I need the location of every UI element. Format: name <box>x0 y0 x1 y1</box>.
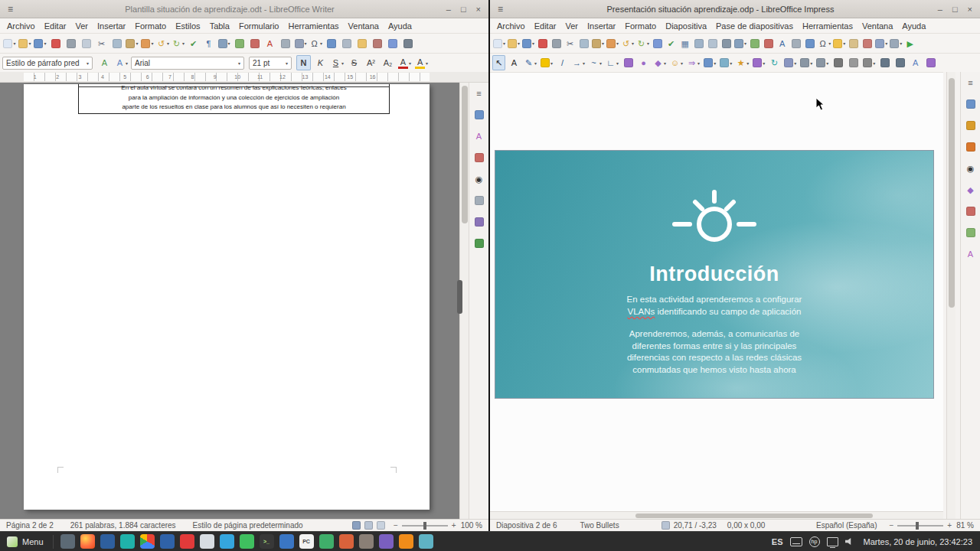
page-style-status[interactable]: Estilo de página predeterminado <box>193 521 303 530</box>
maximize-button[interactable]: □ <box>461 5 466 14</box>
arrange-icon[interactable]: ▾ <box>815 55 829 70</box>
update-style-button[interactable]: A <box>97 55 112 70</box>
subscript-button[interactable]: A₂ <box>381 55 395 70</box>
curves-polygons-icon[interactable]: ~▾ <box>588 55 603 70</box>
zoom-in-button[interactable]: + <box>947 521 952 530</box>
insert-hyperlink-icon[interactable] <box>324 36 338 51</box>
bold-button[interactable]: N <box>296 55 311 70</box>
horizontal-ruler[interactable]: 12345678910111213141516 <box>0 72 488 83</box>
navigator-icon[interactable]: ◉ <box>963 161 978 176</box>
menu-item[interactable]: Ayuda <box>384 20 416 32</box>
animation-icon[interactable] <box>963 139 978 155</box>
keyboard-layout-indicator[interactable]: ES <box>772 537 783 546</box>
menu-item[interactable]: Diapositiva <box>661 20 711 32</box>
open-file-icon[interactable]: ▾ <box>507 36 521 51</box>
maximize-button[interactable]: □ <box>952 5 958 14</box>
menu-item[interactable]: Editar <box>40 20 71 32</box>
flip-icon[interactable]: ▾ <box>783 55 797 70</box>
zoom-track[interactable] <box>897 525 943 527</box>
new-document-icon[interactable]: ▾ <box>2 36 17 51</box>
filter-icon[interactable]: ▾ <box>862 55 876 70</box>
find-replace-icon[interactable] <box>651 36 664 51</box>
writer-titlebar[interactable]: ≡ Plantilla situación de aprendizaje.odt… <box>0 0 488 18</box>
insert-text-box-icon[interactable]: A <box>263 36 277 51</box>
scrollbar-thumb[interactable] <box>949 78 955 308</box>
files-icon[interactable] <box>60 534 75 549</box>
shadow-icon[interactable] <box>831 55 844 70</box>
styles-icon[interactable]: A <box>963 246 978 262</box>
align-objects-icon[interactable]: ▾ <box>799 55 813 70</box>
spelling-icon[interactable]: ✔ <box>665 36 678 51</box>
insert-image-icon[interactable] <box>748 36 761 51</box>
copy-icon[interactable] <box>109 36 124 51</box>
zoom-track[interactable] <box>402 525 448 527</box>
volume-icon[interactable] <box>845 537 854 546</box>
undo-icon[interactable]: ↺▾ <box>155 36 170 51</box>
navigator-icon[interactable]: ◉ <box>472 171 487 187</box>
menu-item[interactable]: Formato <box>130 20 171 32</box>
menu-item[interactable]: Estilos <box>171 20 204 32</box>
save-icon[interactable]: ▾ <box>33 36 47 51</box>
display-views-icon[interactable]: ▾ <box>889 36 903 51</box>
zoom-icon[interactable] <box>720 36 733 51</box>
close-button[interactable]: × <box>476 5 481 14</box>
web-browser-icon[interactable] <box>120 534 135 549</box>
rotate-icon[interactable]: ↻ <box>768 55 781 70</box>
minimize-button[interactable]: – <box>938 5 942 14</box>
slide-transition-icon[interactable] <box>963 118 978 133</box>
sidebar-settings-icon[interactable]: ≡ <box>472 86 487 101</box>
scrollbar-thumb[interactable] <box>635 514 873 518</box>
flowchart-icon[interactable]: ▾ <box>703 55 717 70</box>
rectangle-icon[interactable] <box>622 55 635 70</box>
properties-icon[interactable] <box>963 96 978 112</box>
menu-item[interactable]: Ventana <box>344 20 384 32</box>
menu-item[interactable]: Archivo <box>492 20 530 32</box>
clock[interactable]: Martes, 20 de junio, 23:42:23 <box>864 537 972 546</box>
print-icon[interactable] <box>64 36 78 51</box>
document-page[interactable]: En el aula virtual se contará con un res… <box>24 84 430 510</box>
fontwork-icon[interactable]: A <box>909 55 922 70</box>
snap-guides-icon[interactable] <box>692 36 705 51</box>
menu-item[interactable]: Editar <box>530 20 561 32</box>
ellipse-icon[interactable]: ● <box>637 55 650 70</box>
settings-icon[interactable] <box>419 534 433 549</box>
language-status[interactable]: Español (España) <box>816 521 877 530</box>
menu-item[interactable]: Formulario <box>234 20 284 32</box>
menu-item[interactable]: Formato <box>620 20 661 32</box>
edit-points-icon[interactable] <box>878 55 891 70</box>
view-multiple-pages-button[interactable] <box>364 521 373 530</box>
writer-document-area[interactable]: En el aula virtual se contará con un res… <box>0 83 459 519</box>
menu-item[interactable]: Ver <box>560 20 583 32</box>
new-style-button[interactable]: A▾ <box>114 55 129 70</box>
gallery-icon[interactable] <box>963 225 978 240</box>
track-changes-icon[interactable] <box>370 36 384 51</box>
font-size-select[interactable]: 21 pt▾ <box>249 57 292 70</box>
italic-button[interactable]: K <box>313 55 328 70</box>
basic-shapes-icon[interactable]: ◆▾ <box>652 55 667 70</box>
insert-hyperlink-icon[interactable] <box>803 36 816 51</box>
draw-line-icon[interactable] <box>400 36 415 51</box>
gallery-icon[interactable] <box>472 150 487 165</box>
insert-chart-icon[interactable] <box>247 36 262 51</box>
menu-item[interactable]: Herramientas <box>284 20 344 32</box>
zoom-thumb[interactable] <box>916 522 919 530</box>
save-icon[interactable]: ▾ <box>521 36 535 51</box>
block-arrows-icon[interactable]: ⇒▾ <box>686 55 701 70</box>
crop-icon[interactable] <box>847 55 860 70</box>
duplicate-slide-icon[interactable] <box>847 36 860 51</box>
impress-titlebar[interactable]: ≡ Presentación situación aprendizaje.odp… <box>490 0 980 18</box>
chrome-icon[interactable] <box>140 534 155 549</box>
insert-special-character-icon[interactable]: Ω▾ <box>309 36 323 51</box>
object-size-status[interactable]: 0,00 x 0,00 <box>727 521 765 530</box>
app-menu-icon[interactable]: ≡ <box>498 4 503 15</box>
extrusion-icon[interactable] <box>924 55 937 70</box>
slide-title[interactable]: Introducción <box>495 262 933 286</box>
underline-button[interactable]: S▾ <box>330 55 345 70</box>
start-slideshow-icon[interactable]: ▶ <box>903 36 916 51</box>
zoom-level[interactable]: 81 % <box>956 521 974 530</box>
taskbar-menu-button[interactable]: Menu <box>0 532 51 551</box>
3d-objects-icon[interactable]: ▾ <box>752 55 766 70</box>
zoom-level[interactable]: 100 % <box>461 521 482 530</box>
view-single-page-button[interactable] <box>352 521 361 530</box>
master-slides-icon[interactable] <box>963 204 978 219</box>
